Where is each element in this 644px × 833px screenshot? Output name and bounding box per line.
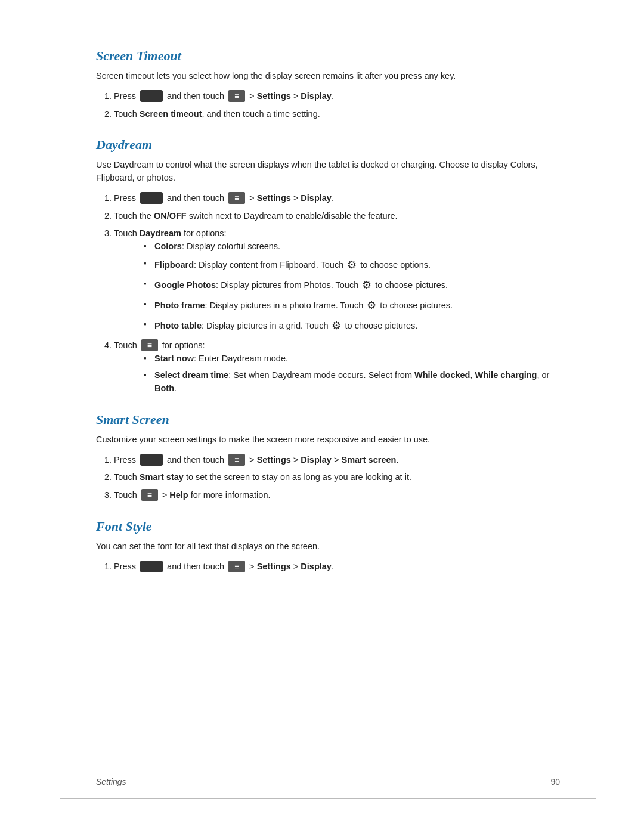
footer-left-label: Settings: [96, 777, 126, 786]
list-item: Touch Smart stay to set the screen to st…: [114, 471, 560, 484]
home-button-icon: [140, 90, 163, 102]
daydream-desc: Use Daydream to control what the screen …: [96, 159, 560, 185]
list-item: Press and then touch > Settings > Displa…: [114, 90, 560, 103]
daydream-title: Daydream: [96, 137, 560, 153]
gear-icon: ⚙: [362, 277, 371, 293]
font-style-desc: You can set the font for all text that d…: [96, 540, 560, 553]
list-item: Press and then touch > Settings > Displa…: [114, 454, 560, 467]
list-item: Press and then touch > Settings > Displa…: [114, 561, 560, 574]
list-item: Select dream time: Set when Daydream mod…: [144, 369, 560, 395]
menu-button-icon: [141, 489, 158, 501]
smart-screen-steps: Press and then touch > Settings > Displa…: [114, 454, 560, 502]
list-item: Touch for options: Start now: Enter Dayd…: [114, 339, 560, 395]
page-content: Screen Timeout Screen timeout lets you s…: [60, 24, 596, 799]
home-button-icon: [140, 192, 163, 204]
list-item: Photo table: Display pictures in a grid.…: [144, 318, 560, 335]
home-button-icon: [140, 454, 163, 466]
list-item: Start now: Enter Daydream mode.: [144, 352, 560, 366]
font-style-title: Font Style: [96, 519, 560, 534]
menu-button-icon: [228, 90, 245, 102]
daydream-options-subitems: Start now: Enter Daydream mode. Select d…: [144, 352, 560, 395]
menu-button-icon: [228, 192, 245, 204]
screen-timeout-title: Screen Timeout: [96, 48, 560, 64]
list-item: Touch Daydream for options: Colors: Disp…: [114, 227, 560, 335]
screen-timeout-desc: Screen timeout lets you select how long …: [96, 70, 560, 83]
page-footer: Settings 90: [96, 777, 560, 786]
list-item: Photo frame: Display pictures in a photo…: [144, 298, 560, 314]
footer-page-number: 90: [550, 777, 560, 786]
daydream-steps: Press and then touch > Settings > Displa…: [114, 192, 560, 395]
daydream-subitems: Colors: Display colorful screens. Flipbo…: [144, 240, 560, 335]
screen-timeout-steps: Press and then touch > Settings > Displa…: [114, 90, 560, 121]
list-item: Touch the ON/OFF switch next to Daydream…: [114, 210, 560, 223]
list-item: Colors: Display colorful screens.: [144, 240, 560, 253]
home-button-icon: [140, 561, 163, 572]
list-item: Touch Screen timeout, and then touch a t…: [114, 108, 560, 121]
menu-button-icon: [228, 561, 245, 572]
list-item: Google Photos: Display pictures from Pho…: [144, 278, 560, 294]
gear-icon: ⚙: [367, 298, 376, 314]
menu-button-icon: [141, 339, 158, 351]
list-item: Press and then touch > Settings > Displa…: [114, 192, 560, 205]
smart-screen-desc: Customize your screen settings to make t…: [96, 433, 560, 447]
gear-icon: ⚙: [332, 318, 341, 334]
gear-icon: ⚙: [347, 257, 357, 273]
list-item: Touch > Help for more information.: [114, 489, 560, 502]
list-item: Flipboard: Display content from Flipboar…: [144, 258, 560, 274]
font-style-steps: Press and then touch > Settings > Displa…: [114, 561, 560, 574]
menu-button-icon: [228, 454, 245, 466]
smart-screen-title: Smart Screen: [96, 412, 560, 428]
